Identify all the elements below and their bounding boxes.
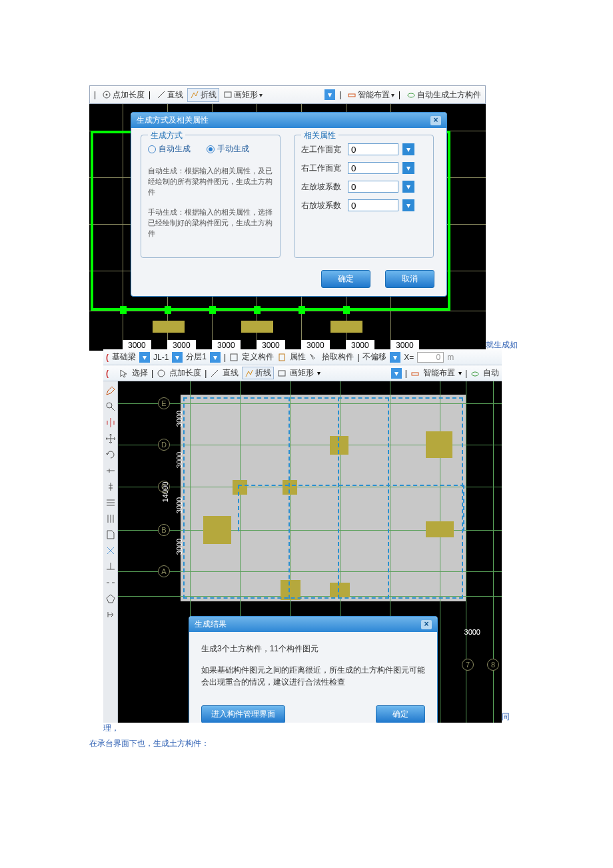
vert-icon[interactable] xyxy=(105,481,116,492)
props-button[interactable]: 属性 xyxy=(290,351,306,363)
layer-select[interactable]: 分层1 xyxy=(186,351,207,363)
svg-rect-10 xyxy=(279,371,285,376)
label: 左放坡系数 xyxy=(301,181,344,193)
rect-icon xyxy=(223,90,233,99)
radio-manual[interactable]: 手动生成 xyxy=(207,143,249,155)
goto-manage-button[interactable]: 进入构件管理界面 xyxy=(201,705,285,723)
magnify-icon[interactable] xyxy=(105,401,116,412)
tool-polyline[interactable]: 折线 xyxy=(187,88,219,102)
curb-outline xyxy=(388,397,389,599)
left-toolbar xyxy=(103,381,118,723)
dash-icon[interactable] xyxy=(105,577,116,588)
right-width-input[interactable] xyxy=(348,162,398,174)
arrow-icon[interactable] xyxy=(105,609,116,620)
define-icon xyxy=(229,353,239,362)
rect-tool[interactable]: 画矩形 xyxy=(290,367,314,379)
cancel-button[interactable]: 取消 xyxy=(385,270,434,288)
svg-point-8 xyxy=(158,370,165,377)
pencil-icon[interactable] xyxy=(105,385,116,396)
svg-rect-7 xyxy=(279,354,285,361)
dropdown-button[interactable]: ▾ xyxy=(402,162,414,174)
target-icon xyxy=(157,369,166,378)
svg-rect-11 xyxy=(412,373,418,375)
tool-smart-layout[interactable]: 智能布置 ▾ xyxy=(347,89,394,101)
ok-button[interactable]: 确定 xyxy=(376,705,425,723)
dropdown-button[interactable]: ▾ xyxy=(210,352,221,363)
smart-tool[interactable]: 智能布置 xyxy=(423,367,455,379)
select-tool[interactable]: 选择 xyxy=(132,367,148,379)
x-input[interactable]: 0 xyxy=(417,352,444,363)
screenshot-1: | 点加长度 | 直线 折线 画矩形 ▾ ▾ | xyxy=(89,85,486,351)
svg-rect-6 xyxy=(231,354,237,361)
left-width-input[interactable] xyxy=(348,143,398,155)
offset-select[interactable]: 不偏移 xyxy=(362,351,386,363)
svg-point-5 xyxy=(408,93,414,97)
left-slope-input[interactable] xyxy=(348,181,398,193)
svg-point-13 xyxy=(107,403,112,408)
grid-line xyxy=(466,381,466,723)
pick-icon xyxy=(309,353,318,362)
right-slope-input[interactable] xyxy=(348,199,398,211)
curb-outline xyxy=(183,397,290,599)
doc-icon[interactable] xyxy=(105,529,116,540)
canvas-2-wrap: E D C B A 3000 3000 14000 3000 3000 3000… xyxy=(103,381,502,723)
pad xyxy=(153,321,185,333)
pentagon-icon[interactable] xyxy=(105,593,116,604)
line-tool[interactable]: 直线 xyxy=(223,367,239,379)
auto-tool[interactable]: 自动 xyxy=(483,367,499,379)
beam-type-select[interactable]: 基础梁 xyxy=(112,351,136,363)
prop-row: 右放坡系数 ▾ xyxy=(301,199,426,211)
result-line-1: 生成3个土方构件，11个构件图元 xyxy=(201,643,425,655)
move-icon[interactable] xyxy=(105,433,116,444)
close-icon[interactable]: × xyxy=(430,116,441,125)
axis-bubble: E xyxy=(158,397,170,409)
axis-dim: 3000 xyxy=(175,539,183,555)
tool-straight-line[interactable]: 直线 xyxy=(157,89,183,101)
tool-point-add-length[interactable]: 点加长度 xyxy=(102,89,145,101)
axis-dim: 3000 xyxy=(175,497,183,513)
chevron-down-icon: ▾ xyxy=(391,91,394,99)
pad xyxy=(330,321,362,333)
grid-v-icon[interactable] xyxy=(105,513,116,524)
label: 折线 xyxy=(201,89,217,101)
dropdown-button[interactable]: ▾ xyxy=(402,181,414,193)
mirror-icon[interactable] xyxy=(105,417,116,428)
viewport-2[interactable]: E D C B A 3000 3000 14000 3000 3000 3000… xyxy=(118,381,502,723)
cursor-icon xyxy=(119,369,129,378)
mark-icon[interactable] xyxy=(105,465,116,476)
perp-icon[interactable] xyxy=(105,561,116,572)
rotate-icon[interactable] xyxy=(105,449,116,460)
component-select[interactable]: JL-1 xyxy=(153,353,169,362)
define-component[interactable]: 定义构件 xyxy=(242,351,274,363)
target-icon xyxy=(102,90,111,99)
dropdown-button[interactable]: ▾ xyxy=(390,352,400,363)
axis-bubble: D xyxy=(158,439,170,451)
beam-col xyxy=(120,306,127,314)
dropdown-button[interactable]: ▾ xyxy=(391,368,402,379)
dialog-result: 生成结果 × 生成3个土方构件，11个构件图元 如果基础构件图元之间的距离很近，… xyxy=(189,616,438,723)
dropdown-button[interactable]: ▾ xyxy=(402,143,414,155)
polyline-tool[interactable]: 折线 xyxy=(242,367,274,379)
axis-bubble: B xyxy=(158,524,170,536)
close-icon[interactable]: × xyxy=(421,620,432,629)
ok-button[interactable]: 确定 xyxy=(321,270,370,288)
prop-row: 左放坡系数 ▾ xyxy=(301,181,426,193)
dropdown-button[interactable]: ▾ xyxy=(324,89,335,100)
chevron-down-icon: ▾ xyxy=(317,369,320,377)
caption-under: 下： xyxy=(0,723,3,734)
cross-icon[interactable] xyxy=(105,545,116,556)
tool-rectangle[interactable]: 画矩形 ▾ xyxy=(223,89,263,101)
result-line-2: 如果基础构件图元之间的距离很近，所生成的土方构件图元可能会出现重合的情况，建议进… xyxy=(201,664,425,688)
dropdown-button[interactable]: ▾ xyxy=(172,352,183,363)
dropdown-button[interactable]: ▾ xyxy=(139,352,150,363)
beam-col xyxy=(209,306,216,314)
dropdown-button[interactable]: ▾ xyxy=(402,199,414,211)
radio-auto[interactable]: 自动生成 xyxy=(148,143,191,155)
add-len-tool[interactable]: 点加长度 xyxy=(169,367,201,379)
toolbar-1: | 点加长度 | 直线 折线 画矩形 ▾ ▾ | xyxy=(89,85,486,104)
axis-dim: 3000 xyxy=(175,452,183,468)
beam-col xyxy=(165,306,171,314)
tool-auto-earth[interactable]: 自动生成土方构件 xyxy=(406,89,481,101)
pick-button[interactable]: 拾取构件 xyxy=(322,351,354,363)
grid-h-icon[interactable] xyxy=(105,497,116,508)
